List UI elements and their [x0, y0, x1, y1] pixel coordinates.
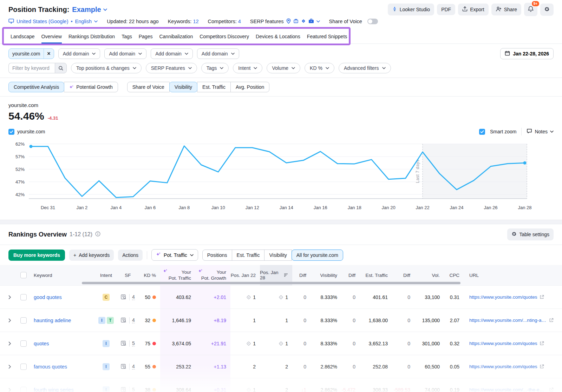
column-label: Pot. Growth [201, 275, 230, 281]
export-button[interactable]: Export [458, 4, 488, 15]
tab-landscape[interactable]: Landscape [11, 30, 35, 44]
expand-row-button[interactable] [8, 286, 20, 308]
date-range-picker[interactable]: Jan 22-28, 2026 [500, 48, 554, 59]
keyword-link[interactable]: haunting adeline [34, 318, 71, 323]
project-selector[interactable]: Example [72, 6, 107, 14]
keyword-link[interactable]: fourth wing series [34, 387, 74, 392]
est-traffic-cell: 1,638.00 [360, 309, 392, 332]
serp-features-icon [121, 318, 127, 323]
row-checkbox[interactable] [20, 317, 27, 324]
share-button[interactable]: Share [491, 4, 521, 15]
sf-count[interactable]: 5 [132, 340, 135, 346]
legend-checkbox[interactable] [8, 129, 14, 135]
filter-kd[interactable]: KD % [305, 63, 334, 73]
external-link-icon [549, 387, 554, 392]
info-icon[interactable] [95, 231, 100, 238]
keyword-link[interactable]: good quotes [34, 294, 62, 300]
tab-devices-locations[interactable]: Devices & Locations [256, 30, 300, 44]
sf-count[interactable]: 5 [132, 387, 135, 392]
competitors-count[interactable]: Competitors: 4 [208, 19, 241, 24]
sf-count[interactable]: 4 [132, 294, 135, 300]
column-header-url[interactable]: URL [464, 265, 554, 285]
metric-tab-avg-position[interactable]: Avg. Position [230, 82, 269, 92]
column-label: Diff [299, 273, 306, 278]
monitor-icon [8, 19, 14, 25]
remove-domain-button[interactable]: × [44, 49, 53, 59]
tab-pages[interactable]: Pages [139, 30, 153, 44]
table-horizontal-scrollbar[interactable] [82, 282, 460, 284]
looker-studio-button[interactable]: Looker Studio [388, 4, 434, 15]
view-tab-est-traffic[interactable]: Est. Traffic [232, 250, 265, 261]
filter-serp-features[interactable]: SERP Features [146, 63, 197, 73]
tab-cannibalization[interactable]: Cannibalization [159, 30, 193, 44]
looker-studio-label: Looker Studio [400, 7, 430, 12]
view-tab-visibility[interactable]: Visibility [264, 250, 292, 261]
tab-competitors-discovery[interactable]: Competitors Discovery [200, 30, 249, 44]
filter-intent[interactable]: Intent [233, 63, 262, 73]
add-domain-button-1[interactable]: Add domain [58, 48, 100, 59]
view-tab-positions[interactable]: Positions [202, 250, 232, 261]
serp-features-cell: 4 [117, 309, 139, 332]
filter-tags[interactable]: Tags [201, 63, 229, 73]
select-all-checkbox[interactable] [20, 272, 27, 278]
metric-tab-share-of-voice[interactable]: Share of Voice [127, 82, 170, 92]
serp-features-selector[interactable]: SERP features [250, 18, 320, 25]
external-link-icon[interactable] [549, 387, 554, 392]
add-domain-button-3[interactable]: Add domain [151, 48, 193, 59]
tab-overview[interactable]: Overview [41, 30, 62, 44]
smart-zoom-checkbox[interactable] [479, 129, 485, 135]
pot-traffic-dropdown[interactable]: Pot. Traffic [151, 249, 198, 261]
tab-featured-snippets[interactable]: Featured Snippets [307, 30, 347, 44]
table-settings-button[interactable]: Table settings [507, 228, 554, 240]
external-link-icon[interactable] [540, 341, 544, 346]
keyword-link[interactable]: famous quotes [34, 364, 67, 370]
filter-top-positions-changes[interactable]: Top positions & changes [71, 63, 142, 73]
mode-tab-competitive-analysis[interactable]: Competitive Analysis [8, 82, 64, 92]
kd-value: 38 [145, 387, 150, 392]
expand-row-button[interactable] [8, 355, 20, 378]
url-link[interactable]: https://www.yoursite.com/quotes [469, 294, 537, 300]
sf-count[interactable]: 4 [132, 317, 135, 323]
add-keywords-button[interactable]: +Add keywords [69, 250, 114, 261]
visibility-trend-chart: 62%57%52%47%42%Last 7 daysDec 31Jan 2Jan… [8, 139, 554, 215]
sf-count[interactable]: 4 [132, 364, 135, 370]
url-link[interactable]: https://www.yoursite.com/quotes [469, 341, 537, 346]
row-checkbox[interactable] [20, 387, 27, 392]
keyword-link[interactable]: quotes [34, 341, 49, 346]
row-checkbox[interactable] [20, 364, 27, 370]
notifications-button[interactable]: 9+ [524, 3, 537, 16]
notes-dropdown[interactable]: Notes [527, 128, 554, 135]
location-language-selector[interactable]: United States (Google) • English [8, 19, 98, 25]
url-link[interactable]: https://www.yoursite.com/...-the-empyrea… [469, 387, 547, 392]
settings-button[interactable] [540, 4, 554, 16]
cpc-cell: 0.32 [444, 332, 464, 355]
add-domain-button-2[interactable]: Add domain [104, 48, 146, 59]
metric-tab-visibility[interactable]: Visibility [169, 82, 197, 92]
view-tab-all-for-yoursite-com[interactable]: All for yoursite.com [292, 250, 343, 261]
external-link-icon[interactable] [549, 318, 554, 323]
buy-more-keywords-button[interactable]: Buy more keywords [8, 250, 65, 261]
actions-button[interactable]: Actions [118, 250, 143, 261]
expand-row-button[interactable] [8, 378, 20, 392]
svg-text:Jan 16: Jan 16 [314, 205, 327, 210]
tab-tags[interactable]: Tags [122, 30, 132, 44]
share-of-voice-toggle[interactable] [367, 19, 378, 24]
mode-tab-potential-growth[interactable]: Potential Growth [64, 82, 118, 92]
row-checkbox[interactable] [20, 294, 27, 300]
keyword-filter-input[interactable] [8, 63, 55, 73]
filter-volume[interactable]: Volume [267, 63, 300, 73]
url-link[interactable]: https://www.yoursite.com/quotes [469, 364, 537, 369]
keywords-count[interactable]: Keywords: 12 [168, 19, 199, 24]
external-link-icon[interactable] [540, 295, 544, 299]
add-domain-button-4[interactable]: Add domain [197, 48, 239, 59]
filter-advanced-filters[interactable]: Advanced filters [339, 63, 391, 73]
search-button[interactable] [55, 63, 67, 73]
external-link-icon[interactable] [540, 364, 544, 369]
pdf-button[interactable]: PDF [437, 4, 455, 15]
expand-row-button[interactable] [8, 309, 20, 332]
url-link[interactable]: https://www.yoursite.com/...nting-adelin… [469, 318, 547, 323]
metric-tab-est-traffic[interactable]: Est. Traffic [197, 82, 231, 92]
tab-rankings-distribution[interactable]: Rankings Distribution [68, 30, 115, 44]
expand-row-button[interactable] [8, 332, 20, 355]
row-checkbox[interactable] [20, 340, 27, 347]
